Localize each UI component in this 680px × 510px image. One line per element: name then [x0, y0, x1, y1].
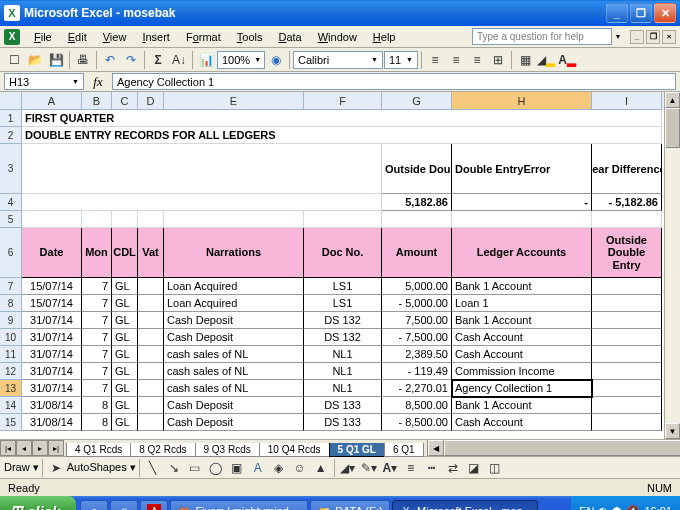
cell[interactable]: - 7,500.00 — [382, 329, 452, 346]
cell[interactable]: NL1 — [304, 380, 382, 397]
align-center-icon[interactable]: ≡ — [446, 50, 466, 70]
formula-bar[interactable]: Agency Collection 1 — [112, 73, 676, 90]
cell[interactable] — [138, 278, 164, 295]
cell[interactable] — [592, 397, 662, 414]
chart-icon[interactable]: 📊 — [196, 50, 216, 70]
cell[interactable]: LS1 — [304, 295, 382, 312]
menu-format[interactable]: Format — [178, 28, 229, 46]
cell[interactable]: 7 — [82, 278, 112, 295]
cell[interactable]: Cash Account — [452, 346, 592, 363]
cell[interactable]: Cash Deposit — [164, 329, 304, 346]
cell[interactable]: - 5,000.00 — [382, 295, 452, 312]
cell[interactable]: Amount — [382, 228, 452, 278]
cell[interactable]: Mon — [82, 228, 112, 278]
system-tray[interactable]: EN ◐ ⬢ 🔇 16:01 — [571, 496, 680, 510]
cell[interactable]: 7 — [82, 380, 112, 397]
cell[interactable]: Commission Income — [452, 363, 592, 380]
cell[interactable]: - 2,270.01 — [382, 380, 452, 397]
start-button[interactable]: ⊞click — [0, 496, 76, 510]
column-header-H[interactable]: H — [452, 92, 592, 110]
dash-style-icon[interactable]: ┅ — [422, 458, 442, 478]
mdi-minimize-button[interactable]: _ — [630, 30, 644, 44]
cell[interactable]: - 8,500.00 — [382, 414, 452, 431]
cell[interactable] — [592, 380, 662, 397]
cell[interactable]: 31/07/14 — [22, 380, 82, 397]
cell[interactable]: 15/07/14 — [22, 295, 82, 312]
tray-icon[interactable]: ◐ — [598, 505, 608, 511]
cell[interactable]: CDL — [112, 228, 138, 278]
cell[interactable]: Outside Double Entry — [382, 144, 452, 194]
cell[interactable]: Bank 1 Account — [452, 312, 592, 329]
undo-icon[interactable]: ↶ — [100, 50, 120, 70]
cell[interactable]: Cash Deposit — [164, 414, 304, 431]
quicklaunch-chrome[interactable]: ◉ — [110, 500, 138, 511]
cell[interactable]: DS 133 — [304, 397, 382, 414]
cell[interactable] — [138, 329, 164, 346]
cell[interactable]: Loan Acquired — [164, 278, 304, 295]
cell[interactable] — [592, 278, 662, 295]
cell[interactable]: NL1 — [304, 346, 382, 363]
row-header-5[interactable]: 5 — [0, 211, 22, 228]
cell[interactable]: 5,000.00 — [382, 278, 452, 295]
font-color-icon[interactable]: A▾ — [380, 458, 400, 478]
cell[interactable]: 31/07/14 — [22, 363, 82, 380]
sheet-tab[interactable]: 10 Q4 Rcds — [259, 443, 330, 457]
tab-next-button[interactable]: ▸ — [32, 440, 48, 456]
cell[interactable]: 7 — [82, 295, 112, 312]
cell[interactable]: 7,500.00 — [382, 312, 452, 329]
scroll-thumb[interactable] — [665, 108, 680, 148]
row-header-6[interactable]: 6 — [0, 228, 22, 278]
taskbar-item[interactable]: XMicrosoft Excel - mos... — [392, 500, 538, 511]
sheet-tab[interactable]: 8 Q2 Rcds — [130, 443, 195, 457]
textbox-icon[interactable]: ▣ — [227, 458, 247, 478]
cell[interactable] — [592, 414, 662, 431]
row-header-15[interactable]: 15 — [0, 414, 22, 431]
row-header-7[interactable]: 7 — [0, 278, 22, 295]
redo-icon[interactable]: ↷ — [121, 50, 141, 70]
cell[interactable]: NL1 — [304, 363, 382, 380]
cell[interactable] — [452, 211, 592, 228]
cell[interactable]: LS1 — [304, 278, 382, 295]
cell[interactable]: Bank 1 Account — [452, 397, 592, 414]
font-size-box[interactable]: 11▼ — [384, 51, 418, 69]
row-header-11[interactable]: 11 — [0, 346, 22, 363]
cell[interactable] — [138, 312, 164, 329]
select-objects-icon[interactable]: ➤ — [46, 458, 66, 478]
cell[interactable]: Cash Deposit — [164, 312, 304, 329]
help-search-box[interactable]: Type a question for help — [472, 28, 612, 45]
cell[interactable]: 8,500.00 — [382, 397, 452, 414]
cell[interactable]: Cash Account — [452, 329, 592, 346]
line-style-icon[interactable]: ≡ — [401, 458, 421, 478]
cell[interactable]: Loan Acquired — [164, 295, 304, 312]
cell[interactable] — [112, 211, 138, 228]
3d-icon[interactable]: ◫ — [485, 458, 505, 478]
mdi-close-button[interactable]: × — [662, 30, 676, 44]
column-header-D[interactable]: D — [138, 92, 164, 110]
fx-icon[interactable]: fx — [84, 74, 112, 90]
cell[interactable]: DS 132 — [304, 312, 382, 329]
sort-asc-icon[interactable]: A↓ — [169, 50, 189, 70]
cell[interactable] — [592, 363, 662, 380]
cell[interactable]: GL — [112, 397, 138, 414]
zoom-box[interactable]: 100%▼ — [217, 51, 265, 69]
sheet-tab[interactable]: 4 Q1 Rcds — [66, 443, 131, 457]
arrow-style-icon[interactable]: ⇄ — [443, 458, 463, 478]
merge-icon[interactable]: ⊞ — [488, 50, 508, 70]
cell[interactable]: 31/08/14 — [22, 397, 82, 414]
cell[interactable]: 7 — [82, 312, 112, 329]
cell[interactable]: Outside Double Entry — [592, 228, 662, 278]
row-header-10[interactable]: 10 — [0, 329, 22, 346]
cell[interactable]: FIRST QUARTER — [22, 110, 662, 127]
line-color-icon[interactable]: ✎▾ — [359, 458, 379, 478]
cell[interactable]: - 5,182.86 — [592, 194, 662, 211]
cell[interactable]: 31/07/14 — [22, 312, 82, 329]
cell[interactable] — [382, 211, 452, 228]
cell[interactable]: 8 — [82, 397, 112, 414]
taskbar-item[interactable]: 🦊Fiverr / mightymind ... — [170, 500, 308, 511]
column-header-B[interactable]: B — [82, 92, 112, 110]
cell[interactable]: Doc No. — [304, 228, 382, 278]
cell[interactable] — [22, 211, 82, 228]
fill-color-icon[interactable]: ◢▂ — [536, 50, 556, 70]
cell[interactable]: 31/07/14 — [22, 346, 82, 363]
select-all-corner[interactable] — [0, 92, 22, 110]
